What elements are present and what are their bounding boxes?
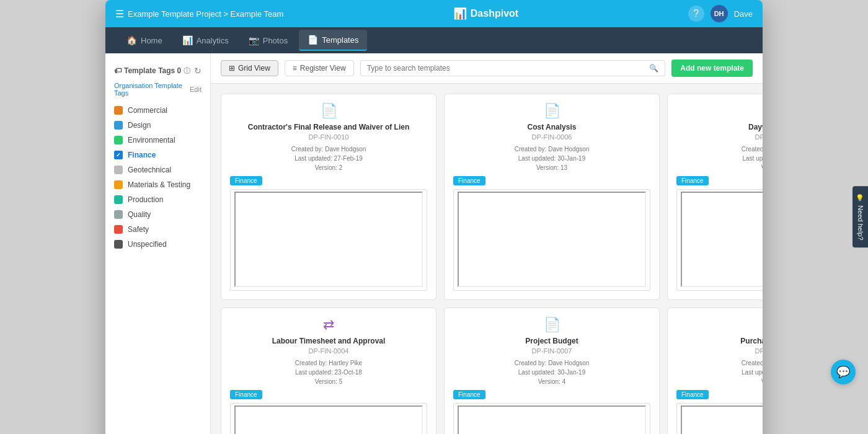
sidebar-tag-item[interactable]: Unspecified (105, 237, 210, 252)
card-iframe-row: ⧉</button> </div> (676, 403, 763, 434)
tag-label: Geotechnical (128, 166, 171, 174)
tag-icon: 🏷 (114, 66, 122, 75)
card-title: Purchase Requests (740, 337, 763, 345)
last-updated: Last updated: 19-Jul-18 (676, 154, 763, 163)
add-template-button[interactable]: Add new template (671, 60, 753, 77)
grid-icon: ⊞ (229, 64, 235, 73)
nav-home[interactable]: 🏠 Home (118, 30, 171, 50)
sidebar-tag-item[interactable]: Design (105, 118, 210, 133)
sidebar-tag-item[interactable]: Safety (105, 222, 210, 237)
search-box: 🔍 (360, 60, 666, 76)
template-card[interactable]: 📄 Daywork Sheet DP-FIN-0003 Created by: … (667, 94, 763, 300)
org-template-row: Organisation Template Tags Edit (105, 79, 210, 100)
need-help-panel[interactable]: 💡 Need help? (852, 186, 868, 247)
grid-view-button[interactable]: ⊞ Grid View (221, 60, 278, 76)
card-code: DP-FIN-0004 (309, 347, 349, 355)
iframe-value: ⧉</button> </div> (230, 189, 427, 291)
org-template-label[interactable]: Organisation Template Tags (114, 82, 190, 97)
card-tag: Finance (230, 176, 262, 185)
created-by: Created by: Hartley Pike (230, 358, 427, 368)
template-card[interactable]: 📄 Project Budget DP-FIN-0007 Created by:… (444, 308, 660, 434)
card-code: DP-FIN-0010 (309, 133, 349, 141)
sidebar-tag-item[interactable]: Finance (105, 148, 210, 162)
last-updated: Last updated: 30-Jan-19 (453, 154, 650, 163)
search-icon: 🔍 (649, 64, 658, 73)
template-grid: 📄 Contractor's Final Release and Waiver … (211, 84, 763, 434)
iframe-value: ⧉</button> </div> (453, 403, 650, 434)
home-icon: 🏠 (126, 35, 137, 45)
register-view-button[interactable]: ≡ Register View (285, 60, 354, 76)
card-title: Labour Timesheet and Approval (272, 337, 386, 345)
copy-iframe-button[interactable]: ⧉</button> </div> (681, 405, 763, 434)
tag-label: Finance (128, 151, 156, 159)
card-tag: Finance (230, 390, 262, 399)
template-card[interactable]: ⇄ Labour Timesheet and Approval DP-FIN-0… (221, 308, 436, 434)
card-tag: Finance (453, 176, 485, 185)
doc-icon: 📄 (321, 103, 337, 119)
doc-icon: 📄 (544, 317, 560, 333)
card-iframe-row: ⧉</button> </div> (453, 189, 650, 291)
doc-icon: 📄 (544, 103, 560, 119)
app-logo: 📊 Dashpivot (453, 7, 518, 20)
card-title: Project Budget (525, 337, 578, 345)
content-toolbar: ⊞ Grid View ≡ Register View 🔍 Add new te… (211, 53, 763, 84)
template-card[interactable]: 📄 Cost Analysis DP-FIN-0006 Created by: … (444, 94, 660, 300)
card-tag: Finance (676, 176, 709, 185)
card-code: DP-FIN-0002 (755, 347, 763, 355)
username: Dave (734, 9, 753, 19)
content-area: ⊞ Grid View ≡ Register View 🔍 Add new te… (211, 53, 763, 434)
card-meta: Created by: Hartley Pike Last updated: 2… (230, 358, 427, 386)
copy-iframe-button[interactable]: ⧉</button> </div> (681, 192, 763, 287)
copy-iframe-button[interactable]: ⧉</button> </div> (458, 192, 646, 287)
browser-window: ☰ Example Template Project > Example Tea… (105, 0, 763, 434)
avatar[interactable]: DH (711, 5, 728, 22)
created-by: Created by: Hartley Pike (676, 144, 763, 154)
tag-label: Quality (128, 210, 151, 219)
sidebar-tag-item[interactable]: Production (105, 192, 210, 207)
tag-checkbox (114, 151, 123, 159)
search-input[interactable] (367, 64, 646, 73)
sidebar-tag-item[interactable]: Commercial (105, 103, 210, 118)
last-updated: Last updated: 30-Jan-19 (453, 368, 650, 377)
nav-photos[interactable]: 📷 Photos (240, 30, 296, 50)
info-icon: ⓘ (184, 66, 190, 76)
version: Version: 13 (453, 163, 650, 172)
card-meta: Created by: Dave Hodgson Last updated: 3… (453, 358, 650, 386)
nav-home-label: Home (141, 36, 162, 45)
tag-label: Environmental (128, 136, 175, 144)
nav-analytics-label: Analytics (197, 36, 229, 45)
tag-dot (114, 240, 123, 249)
edit-label[interactable]: Edit (190, 86, 202, 93)
tag-label: Design (128, 121, 151, 130)
card-iframe-row: ⧉</button> </div> (230, 189, 427, 291)
sidebar-tag-item[interactable]: Geotechnical (105, 162, 210, 177)
card-iframe-row: ⧉</button> </div> (676, 189, 763, 291)
copy-iframe-button[interactable]: ⧉</button> </div> (234, 405, 423, 434)
card-meta: Created by: Dave Hodgson Last updated: 2… (230, 144, 427, 172)
chat-bubble[interactable]: 💬 (831, 360, 856, 384)
help-button[interactable]: ? (688, 6, 704, 22)
tag-dot (114, 106, 123, 115)
refresh-icon[interactable]: ↻ (194, 66, 202, 76)
template-card[interactable]: 📄 Contractor's Final Release and Waiver … (221, 94, 436, 300)
nav-templates[interactable]: 📄 Templates (299, 30, 367, 51)
sidebar-tag-item[interactable]: Environmental (105, 133, 210, 148)
card-tag: Finance (453, 390, 485, 399)
copy-iframe-button[interactable]: ⧉</button> </div> (234, 192, 423, 287)
card-title: Cost Analysis (528, 123, 577, 131)
version: Version: 2 (230, 163, 427, 172)
sidebar-tag-item[interactable]: Materials & Testing (105, 177, 210, 192)
template-card[interactable]: ⇄ Purchase Requests DP-FIN-0002 Created … (667, 308, 763, 434)
nav-analytics[interactable]: 📊 Analytics (174, 30, 237, 50)
sidebar-tag-item[interactable]: Quality (105, 207, 210, 222)
iframe-value: ⧉</button> </div> (230, 403, 427, 434)
tag-label: Safety (128, 225, 149, 234)
analytics-icon: 📊 (182, 35, 193, 45)
tag-dot (114, 166, 123, 174)
grid-view-label: Grid View (238, 64, 270, 73)
copy-iframe-button[interactable]: ⧉</button> </div> (458, 405, 646, 434)
card-code: DP-FIN-0003 (755, 133, 763, 141)
nav-templates-label: Templates (322, 35, 358, 45)
hamburger-icon[interactable]: ☰ (115, 8, 124, 20)
iframe-value: ⧉</button> </div> (676, 189, 763, 291)
